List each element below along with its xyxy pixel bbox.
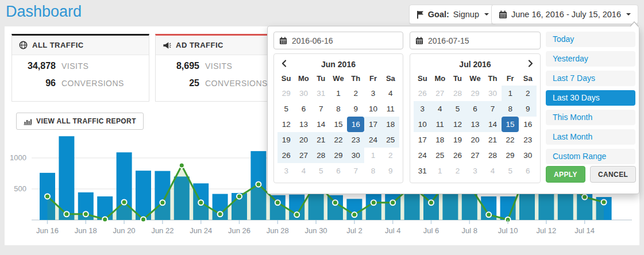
day-cell[interactable]: 14: [313, 117, 330, 132]
range-item-custom-range[interactable]: Custom Range: [546, 149, 635, 164]
conversions-point[interactable]: [352, 212, 357, 217]
range-item-last-month[interactable]: Last Month: [546, 129, 635, 145]
conversions-point[interactable]: [218, 211, 223, 217]
day-cell[interactable]: 18: [431, 132, 449, 148]
day-cell[interactable]: 25: [382, 132, 399, 148]
day-cell[interactable]: 29: [330, 148, 347, 163]
day-cell[interactable]: 17: [414, 132, 431, 148]
day-cell[interactable]: 1: [330, 86, 347, 101]
day-cell[interactable]: 9: [519, 101, 537, 117]
day-cell[interactable]: 27: [431, 86, 449, 101]
conversions-point[interactable]: [141, 217, 146, 222]
conversions-point[interactable]: [582, 195, 587, 200]
day-cell[interactable]: 26: [277, 148, 295, 163]
conversions-point[interactable]: [333, 200, 338, 205]
conversions-point[interactable]: [64, 211, 69, 217]
visits-bar[interactable]: [59, 136, 74, 220]
day-cell[interactable]: 6: [295, 101, 312, 117]
conversions-point[interactable]: [256, 181, 261, 187]
day-cell[interactable]: 7: [347, 163, 364, 179]
day-cell[interactable]: 3: [414, 101, 431, 117]
conversions-point[interactable]: [198, 200, 203, 205]
day-cell[interactable]: 22: [330, 132, 347, 148]
day-cell[interactable]: 30: [484, 86, 502, 101]
day-cell[interactable]: 3: [364, 86, 381, 101]
day-cell[interactable]: 10: [414, 117, 431, 132]
range-item-this-month[interactable]: This Month: [546, 110, 635, 125]
day-cell[interactable]: 2: [449, 163, 466, 179]
day-cell[interactable]: 17: [364, 117, 381, 132]
conversions-point[interactable]: [122, 200, 127, 205]
day-cell[interactable]: 8: [330, 101, 347, 117]
day-cell[interactable]: 30: [519, 148, 537, 163]
day-cell[interactable]: 31: [313, 86, 330, 101]
start-date-input[interactable]: 2016-06-16: [273, 32, 403, 49]
day-cell[interactable]: 27: [295, 148, 312, 163]
day-cell[interactable]: 8: [364, 163, 381, 179]
day-cell[interactable]: 13: [466, 117, 484, 132]
conversions-point[interactable]: [179, 163, 184, 168]
day-cell[interactable]: 28: [484, 148, 502, 163]
day-cell[interactable]: 21: [484, 132, 502, 148]
chevron-left-icon[interactable]: [277, 60, 290, 69]
day-cell[interactable]: 23: [347, 132, 364, 148]
day-cell[interactable]: 8: [502, 101, 519, 117]
date-range-button[interactable]: June 16, 2016 - July 15, 2016: [491, 5, 638, 24]
day-cell[interactable]: 26: [449, 148, 466, 163]
range-item-today[interactable]: Today: [546, 32, 635, 47]
day-cell[interactable]: 25: [431, 148, 449, 163]
day-cell[interactable]: 7: [484, 101, 502, 117]
day-cell[interactable]: 7: [313, 101, 330, 117]
day-cell[interactable]: 19: [277, 132, 295, 148]
day-cell[interactable]: 30: [295, 86, 312, 101]
day-cell[interactable]: 9: [382, 163, 399, 179]
day-cell[interactable]: 22: [502, 132, 519, 148]
cancel-button[interactable]: CANCEL: [590, 166, 636, 183]
conversions-point[interactable]: [601, 200, 607, 205]
day-cell[interactable]: 2: [519, 86, 537, 101]
day-cell[interactable]: 29: [466, 86, 484, 101]
chevron-right-icon[interactable]: [524, 60, 537, 69]
day-cell[interactable]: 20: [466, 132, 484, 148]
view-all-traffic-report-button[interactable]: VIEW ALL TRAFFIC REPORT: [16, 113, 144, 130]
conversions-point[interactable]: [275, 200, 280, 205]
conversions-point[interactable]: [237, 194, 242, 199]
day-cell[interactable]: 4: [431, 101, 449, 117]
day-cell[interactable]: 30: [347, 148, 364, 163]
day-cell[interactable]: 27: [466, 148, 484, 163]
day-cell[interactable]: 2: [382, 148, 399, 163]
day-cell[interactable]: 3: [466, 163, 484, 179]
day-cell[interactable]: 15: [330, 117, 347, 132]
day-cell[interactable]: 31: [414, 163, 431, 179]
range-item-yesterday[interactable]: Yesterday: [546, 51, 635, 67]
day-cell[interactable]: 4: [295, 163, 312, 179]
conversions-point[interactable]: [486, 212, 491, 217]
day-cell[interactable]: 5: [313, 163, 330, 179]
day-cell[interactable]: 12: [277, 117, 295, 132]
day-cell[interactable]: 4: [484, 163, 502, 179]
day-cell[interactable]: 28: [313, 148, 330, 163]
day-cell[interactable]: 6: [519, 163, 537, 179]
day-cell[interactable]: 26: [414, 86, 431, 101]
end-date-input[interactable]: 2016-07-15: [410, 32, 541, 49]
selected-day-cell[interactable]: 15: [502, 117, 519, 132]
day-cell[interactable]: 19: [449, 132, 466, 148]
day-cell[interactable]: 21: [313, 132, 330, 148]
range-item-last-7-days[interactable]: Last 7 Days: [546, 71, 635, 86]
day-cell[interactable]: 11: [431, 117, 449, 132]
day-cell[interactable]: 9: [347, 101, 364, 117]
apply-button[interactable]: APPLY: [546, 166, 585, 183]
day-cell[interactable]: 23: [519, 132, 537, 148]
day-cell[interactable]: 1: [431, 163, 449, 179]
day-cell[interactable]: 1: [502, 86, 519, 101]
day-cell[interactable]: 5: [277, 101, 295, 117]
day-cell[interactable]: 10: [364, 101, 381, 117]
conversions-point[interactable]: [45, 194, 50, 199]
day-cell[interactable]: 11: [382, 101, 399, 117]
day-cell[interactable]: 29: [277, 86, 295, 101]
day-cell[interactable]: 16: [519, 117, 537, 132]
conversions-point[interactable]: [294, 212, 299, 217]
day-cell[interactable]: 5: [449, 101, 466, 117]
day-cell[interactable]: 4: [382, 86, 399, 101]
day-cell[interactable]: 2: [347, 86, 364, 101]
